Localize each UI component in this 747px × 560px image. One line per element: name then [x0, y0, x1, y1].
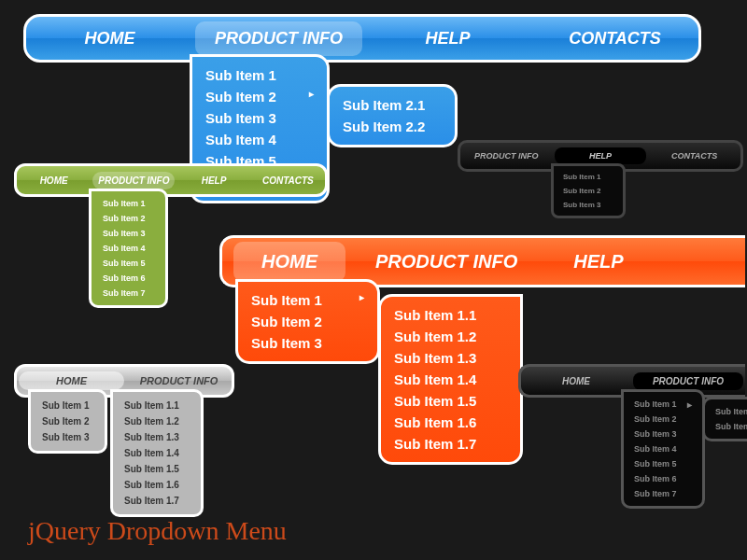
dropdown-item[interactable]: Sub Item 6 [99, 271, 158, 286]
dropdown-item[interactable]: Sub Item 1 [202, 64, 317, 86]
flyout-item[interactable]: Sub Item 2.2 [339, 116, 445, 137]
dark-dropdown-2: Sub Item 1 Sub Item 2 Sub Item 3 Sub Ite… [621, 389, 705, 509]
dark-dropdown-1: Sub Item 1 Sub Item 2 Sub Item 3 [551, 163, 626, 218]
nav-product-info[interactable]: PRODUCT INFO [633, 372, 743, 390]
nav-product-info[interactable]: PRODUCT INFO [126, 371, 232, 390]
dropdown-item[interactable]: Sub Item 2 [247, 311, 368, 332]
dropdown-item[interactable]: Sub Item 5 [99, 256, 158, 271]
dropdown-item[interactable]: Sub Item 7 [630, 486, 696, 501]
dropdown-item[interactable]: Sub Item 1 [38, 398, 97, 413]
nav-product-info[interactable]: PRODUCT INFO [195, 21, 362, 56]
dropdown-item[interactable]: Sub Item 2 [38, 413, 97, 429]
flyout-item[interactable]: Sub Item [712, 419, 747, 434]
dropdown-item[interactable]: Sub Item 1.4 [120, 445, 193, 461]
flyout-item[interactable]: Sub Item 2.1 [339, 94, 445, 116]
nav-home[interactable]: HOME [521, 372, 631, 390]
dropdown-item[interactable]: Sub Item 7 [99, 286, 158, 301]
flyout-item[interactable]: Sub Item 1.1 [390, 304, 511, 326]
dropdown-item[interactable]: Sub Item 3 [630, 427, 696, 441]
green-menu: HOME PRODUCT INFO HELP CONTACTS [14, 163, 328, 197]
flyout-item[interactable]: Sub Item 1.2 [390, 326, 511, 347]
flyout-item[interactable]: Sub Item 1.3 [390, 347, 511, 369]
dropdown-item[interactable]: Sub Item 1.1 [120, 398, 193, 413]
orange-flyout: Sub Item 1.1 Sub Item 1.2 Sub Item 1.3 S… [378, 294, 523, 465]
nav-contacts[interactable]: CONTACTS [648, 147, 740, 164]
dropdown-item[interactable]: Sub Item 6 [630, 471, 696, 486]
dropdown-item[interactable]: Sub Item 3 [99, 226, 158, 241]
blue-menu: HOME PRODUCT INFO HELP CONTACTS [23, 14, 701, 63]
dropdown-item[interactable]: Sub Item 5 [630, 456, 696, 471]
dropdown-item[interactable]: Sub Item 2 [559, 184, 617, 198]
flyout-item[interactable]: Sub Item 1.7 [390, 433, 511, 455]
dropdown-item[interactable]: Sub Item 3 [247, 332, 368, 354]
nav-help[interactable]: HELP [555, 147, 647, 164]
orange-dropdown: Sub Item 1 Sub Item 2 Sub Item 3 [235, 279, 380, 364]
blue-menu-bar: HOME PRODUCT INFO HELP CONTACTS [26, 17, 698, 60]
page-title: jQuery Dropdown Menu [28, 516, 287, 546]
nav-home[interactable]: HOME [26, 21, 193, 56]
nav-help[interactable]: HELP [364, 21, 531, 56]
flyout-item[interactable]: Sub Item 1.6 [390, 412, 511, 433]
dropdown-item[interactable]: Sub Item 1.7 [120, 493, 193, 509]
dropdown-item[interactable]: Sub Item 4 [99, 241, 158, 256]
nav-contacts[interactable]: CONTACTS [251, 172, 325, 189]
dropdown-item[interactable]: Sub Item 1.3 [120, 429, 193, 445]
nav-help[interactable]: HELP [176, 172, 250, 189]
nav-product-info[interactable]: PRODUCT INFO [460, 147, 553, 164]
blue-flyout: Sub Item 2.1 Sub Item 2.2 [327, 84, 458, 147]
nav-help[interactable]: HELP [545, 242, 651, 282]
dropdown-item[interactable]: Sub Item 3 [559, 198, 617, 212]
dropdown-item[interactable]: Sub Item 1.2 [120, 413, 193, 429]
nav-home[interactable]: HOME [19, 371, 124, 390]
nav-product-info[interactable]: PRODUCT INFO [92, 172, 175, 189]
dropdown-item[interactable]: Sub Item 3 [202, 107, 317, 129]
dropdown-item[interactable]: Sub Item 1.5 [120, 461, 193, 477]
dropdown-item[interactable]: Sub Item 1 [630, 397, 696, 412]
nav-contacts[interactable]: CONTACTS [531, 21, 698, 56]
nav-product-info[interactable]: PRODUCT INFO [347, 242, 545, 282]
green-dropdown: Sub Item 1 Sub Item 2 Sub Item 3 Sub Ite… [89, 189, 168, 308]
dropdown-item[interactable]: Sub Item 4 [630, 441, 696, 456]
flyout-item[interactable]: Sub Item 1.5 [390, 390, 511, 412]
orange-menu-bar: HOME PRODUCT INFO HELP [222, 238, 745, 285]
dropdown-item[interactable]: Sub Item 4 [202, 129, 317, 150]
nav-home[interactable]: HOME [17, 172, 91, 189]
dropdown-item[interactable]: Sub Item 2 [99, 211, 158, 226]
dropdown-item[interactable]: Sub Item 3 [38, 429, 97, 445]
dropdown-item[interactable]: Sub Item 1 [559, 170, 617, 184]
dropdown-item[interactable]: Sub Item 1 [247, 289, 368, 311]
silver-dropdown-2: Sub Item 1.1 Sub Item 1.2 Sub Item 1.3 S… [110, 389, 204, 517]
dropdown-item[interactable]: Sub Item 2 [202, 86, 317, 107]
silver-dropdown-1: Sub Item 1 Sub Item 2 Sub Item 3 [28, 389, 107, 454]
dark-flyout-2: Sub Item Sub Item [702, 397, 747, 441]
green-menu-bar: HOME PRODUCT INFO HELP CONTACTS [17, 166, 325, 194]
nav-home[interactable]: HOME [233, 242, 345, 282]
flyout-item[interactable]: Sub Item 1.4 [390, 369, 511, 390]
dropdown-item[interactable]: Sub Item 2 [630, 412, 696, 427]
dropdown-item[interactable]: Sub Item 1 [99, 196, 158, 211]
dropdown-item[interactable]: Sub Item 1.6 [120, 477, 193, 493]
flyout-item[interactable]: Sub Item [712, 404, 747, 419]
